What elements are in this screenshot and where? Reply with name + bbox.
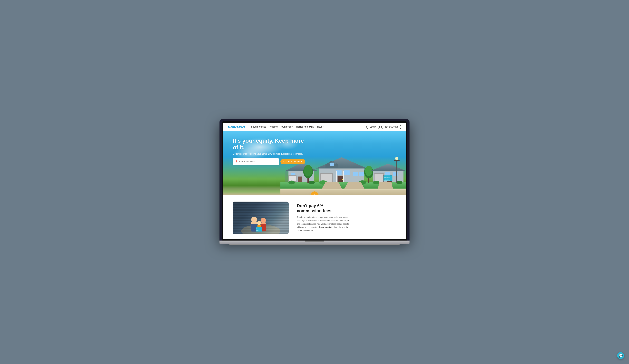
svg-rect-25 xyxy=(353,172,358,176)
laptop-base xyxy=(219,241,410,244)
svg-rect-26 xyxy=(359,172,364,176)
screen-bezel: HomeLister HOW IT WORKS PRICING OUR STOR… xyxy=(222,121,407,241)
svg-marker-39 xyxy=(370,164,406,171)
commission-description: Thanks to modern technology, buyers and … xyxy=(297,216,349,232)
svg-text:FOR SALE: FOR SALE xyxy=(385,178,389,179)
svg-rect-42 xyxy=(375,174,383,182)
svg-point-68 xyxy=(257,221,261,225)
location-icon: 📍 xyxy=(235,160,238,163)
laptop-frame: HomeLister HOW IT WORKS PRICING OUR STOR… xyxy=(219,119,410,245)
hero-search-bar: 📍 SEE YOUR SAVINGS xyxy=(233,158,308,165)
navbar: HomeLister HOW IT WORKS PRICING OUR STOR… xyxy=(223,123,406,131)
svg-rect-55 xyxy=(396,160,397,183)
address-input[interactable] xyxy=(239,160,277,163)
svg-point-49 xyxy=(397,181,402,184)
svg-text:HomeLister: HomeLister xyxy=(384,176,390,177)
svg-rect-1 xyxy=(281,189,406,195)
svg-rect-30 xyxy=(343,171,344,182)
svg-point-12 xyxy=(309,181,315,184)
hero-content: It's your equity. Keep more of it. Bette… xyxy=(223,131,318,165)
chevron-down-icon: ▾ xyxy=(314,193,315,195)
svg-point-22 xyxy=(342,179,343,180)
svg-point-62 xyxy=(251,217,257,223)
svg-rect-46 xyxy=(385,172,390,176)
svg-rect-28 xyxy=(330,163,334,166)
commission-text: Don't pay 6% commission fees. Thanks to … xyxy=(297,202,396,232)
svg-marker-13 xyxy=(316,157,367,168)
nav-our-story[interactable]: OUR STORY xyxy=(281,126,293,128)
family-image: Home Lister xyxy=(233,202,289,234)
screen: HomeLister HOW IT WORKS PRICING OUR STOR… xyxy=(223,123,406,239)
svg-marker-4 xyxy=(285,171,289,182)
nav-links: HOW IT WORKS PRICING OUR STORY HOMES FOR… xyxy=(251,126,366,128)
hero-subtitle: Better experience selling your home. Low… xyxy=(233,153,308,155)
svg-rect-70 xyxy=(256,227,262,232)
svg-point-35 xyxy=(304,165,312,176)
lower-section: Home Lister Don't pay 6% commission fees… xyxy=(223,195,406,239)
svg-rect-64 xyxy=(251,222,257,224)
laptop-foot xyxy=(229,244,400,245)
svg-rect-24 xyxy=(344,170,349,175)
laptop-notch xyxy=(305,241,324,242)
svg-point-65 xyxy=(261,218,266,223)
scroll-down-wrap: ▾ xyxy=(311,191,318,195)
login-button[interactable]: LOG IN xyxy=(366,124,380,129)
svg-rect-6 xyxy=(298,177,302,182)
svg-text:homelister.com: homelister.com xyxy=(384,180,390,181)
chat-icon: 💬 xyxy=(619,354,623,358)
laptop-body: HomeLister HOW IT WORKS PRICING OUR STOR… xyxy=(219,119,410,241)
hero-section: HomeLister FOR SALE homelister.com xyxy=(223,131,406,195)
nav-how-it-works[interactable]: HOW IT WORKS xyxy=(251,126,266,128)
svg-point-57 xyxy=(395,157,398,160)
nav-help[interactable]: HELP ▾ xyxy=(317,126,324,128)
svg-rect-67 xyxy=(261,223,266,224)
svg-rect-10 xyxy=(289,176,296,181)
chat-button[interactable]: 💬 xyxy=(617,352,624,359)
scroll-down-button[interactable]: ▾ xyxy=(311,191,318,195)
family-svg: Home Lister xyxy=(233,202,289,234)
svg-text:Home: Home xyxy=(256,228,259,229)
chevron-down-icon: ▾ xyxy=(323,126,324,128)
home-image-card: Home Lister xyxy=(233,202,289,234)
svg-point-48 xyxy=(373,181,379,184)
equity-highlight: 6% of your equity xyxy=(314,226,331,229)
svg-text:Lister: Lister xyxy=(256,230,259,231)
nav-homes-for-sale[interactable]: HOMES FOR SALE xyxy=(296,126,314,128)
nav-pricing[interactable]: PRICING xyxy=(270,126,278,128)
address-input-wrap: 📍 xyxy=(233,158,279,165)
see-savings-button[interactable]: SEE YOUR SAVINGS xyxy=(281,159,305,164)
svg-rect-29 xyxy=(336,171,337,182)
svg-point-11 xyxy=(289,180,295,184)
get-started-button[interactable]: GET STARTED xyxy=(381,124,401,129)
nav-actions: LOG IN GET STARTED xyxy=(366,124,401,129)
svg-marker-60 xyxy=(378,182,393,189)
logo[interactable]: HomeLister xyxy=(228,125,245,129)
commission-title: Don't pay 6% commission fees. xyxy=(297,203,396,213)
hero-title: It's your equity. Keep more of it. xyxy=(233,137,308,151)
